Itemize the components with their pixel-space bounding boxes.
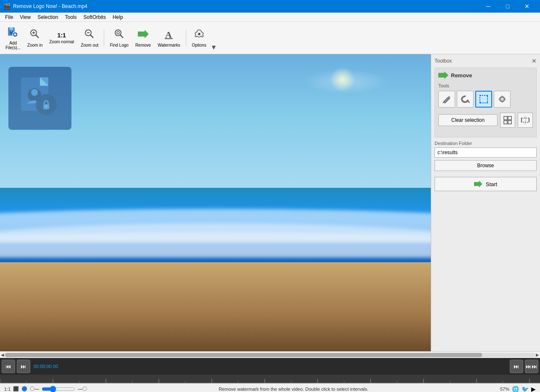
- svg-point-16: [117, 32, 119, 34]
- toolbar: Add File(s)... Zoom in 1:1 Zoom normal Z…: [0, 22, 540, 54]
- watermarks-label: Watermarks: [158, 43, 180, 47]
- go-to-start-button[interactable]: ⏮: [2, 360, 15, 373]
- status-grid-icon: ⬛: [13, 386, 19, 392]
- web-icon[interactable]: 🌐: [512, 386, 519, 392]
- remove-title: Remove: [451, 72, 472, 79]
- zoom-percent: 57%: [500, 387, 509, 392]
- zoom-in-button[interactable]: Zoom in: [24, 26, 45, 50]
- maximize-button[interactable]: □: [498, 0, 517, 13]
- video-area: [0, 54, 431, 351]
- status-lasso-icon: 🔵: [21, 386, 27, 392]
- next-frame-button[interactable]: ⏭: [510, 360, 523, 373]
- tools-label: Tools: [438, 83, 533, 88]
- horizontal-scrollbar[interactable]: [5, 353, 535, 357]
- titlebar-title: Remove Logo Now! - Beach.mp4: [13, 3, 87, 9]
- pencil-tool-button[interactable]: [438, 91, 455, 108]
- titlebar: 🎬 Remove Logo Now! - Beach.mp4 ─ □ ✕: [0, 0, 540, 13]
- find-logo-label: Find Logo: [110, 43, 128, 47]
- minimize-button[interactable]: ─: [479, 0, 498, 13]
- svg-point-3: [11, 30, 12, 32]
- logo-background: [8, 67, 71, 130]
- magic-wand-tool-button[interactable]: [494, 91, 511, 108]
- close-button[interactable]: ✕: [517, 0, 537, 13]
- status-slider-right: —〇: [78, 386, 87, 392]
- previous-frame-button[interactable]: ⏭: [17, 360, 30, 373]
- zoom-out-icon: [84, 29, 95, 42]
- zoom-in-label: Zoom in: [27, 43, 42, 47]
- zoom-out-button[interactable]: Zoom out: [78, 26, 101, 50]
- svg-rect-30: [479, 95, 481, 96]
- toolbar-more-button[interactable]: ▼: [211, 44, 217, 51]
- scrollbar-thumb[interactable]: [5, 353, 482, 357]
- svg-point-15: [115, 30, 121, 36]
- svg-rect-32: [479, 102, 481, 103]
- add-files-icon: [7, 26, 19, 40]
- destination-folder-label: Destination Folder: [435, 141, 537, 146]
- svg-point-21: [198, 33, 200, 35]
- svg-rect-1: [10, 27, 13, 30]
- watermarks-button[interactable]: A Watermarks: [155, 26, 183, 50]
- zoom-ratio-label: 1:1: [4, 387, 11, 392]
- zoom-normal-label: Zoom normal: [49, 39, 74, 44]
- status-slider-left: 〇—: [30, 386, 39, 392]
- svg-rect-7: [14, 34, 16, 35]
- twitter-icon[interactable]: 🐦: [522, 386, 529, 392]
- lasso-icon: [461, 95, 470, 104]
- app-icon: 🎬: [3, 3, 11, 10]
- clear-selection-button[interactable]: Clear selection: [438, 114, 498, 126]
- zoom-normal-button[interactable]: 1:1 Zoom normal: [46, 30, 77, 46]
- selection-row: Clear selection: [438, 113, 533, 128]
- add-files-button[interactable]: Add File(s)...: [3, 24, 24, 52]
- rect-select-tool-button[interactable]: [475, 91, 492, 108]
- status-message: Remove watermark from the whole video. D…: [87, 387, 500, 392]
- lasso-tool-button[interactable]: [457, 91, 474, 108]
- select-range-button[interactable]: [518, 113, 533, 128]
- pencil-icon: [442, 95, 451, 104]
- tools-row: [438, 91, 533, 108]
- watermarks-icon: A: [163, 29, 174, 42]
- select-all-frames-button[interactable]: [500, 113, 515, 128]
- timecode-display: 00:00:00 00: [34, 364, 508, 369]
- select-range-icon: [521, 116, 530, 125]
- timeline-ruler: [0, 375, 540, 383]
- toolbox-close-button[interactable]: ✕: [532, 58, 537, 64]
- menu-view[interactable]: View: [16, 13, 34, 21]
- scroll-left-button[interactable]: ◀: [1, 353, 4, 357]
- zoom-slider[interactable]: [42, 386, 75, 392]
- go-to-end-button[interactable]: ⏭⏭: [525, 360, 538, 373]
- options-button[interactable]: Options: [189, 26, 210, 50]
- youtube-icon[interactable]: ▶: [531, 386, 536, 392]
- svg-text:A: A: [165, 29, 172, 39]
- status-left: 1:1 ⬛ 🔵 〇— —〇: [4, 386, 87, 392]
- remove-button[interactable]: Remove: [132, 26, 154, 50]
- horizontal-scrollbar-area: ◀ ▶: [0, 351, 540, 358]
- start-label: Start: [486, 181, 497, 187]
- options-label: Options: [192, 43, 206, 47]
- menu-file[interactable]: File: [2, 13, 16, 21]
- find-logo-icon: [114, 29, 125, 42]
- menu-softorbits[interactable]: SoftOrbits: [80, 13, 109, 21]
- find-logo-button[interactable]: Find Logo: [107, 26, 131, 50]
- svg-line-17: [120, 35, 123, 38]
- scroll-right-button[interactable]: ▶: [536, 353, 539, 357]
- timeline-controls: ⏮ ⏭ 00:00:00 00 ⏭ ⏭⏭: [0, 358, 540, 375]
- svg-rect-41: [508, 116, 511, 120]
- svg-rect-33: [487, 102, 488, 103]
- menu-tools[interactable]: Tools: [62, 13, 80, 21]
- menu-help[interactable]: Help: [109, 13, 126, 21]
- magic-wand-icon: [498, 95, 507, 104]
- toolbox-title: Toolbox: [435, 58, 452, 64]
- menu-selection[interactable]: Selection: [34, 13, 61, 21]
- beach-sand: [0, 262, 431, 351]
- remove-header: Remove: [438, 71, 533, 79]
- destination-folder-input[interactable]: [435, 147, 537, 158]
- svg-rect-29: [480, 95, 487, 103]
- status-right: 57% 🌐 🐦 ▶: [500, 386, 536, 392]
- start-button[interactable]: Start: [435, 177, 537, 191]
- main-layout: Toolbox ✕ Remove Tools: [0, 54, 540, 351]
- zoom-in-icon: [29, 29, 40, 42]
- svg-line-14: [90, 35, 93, 38]
- toolbox-header: Toolbox ✕: [435, 58, 537, 64]
- logo-svg: [15, 73, 65, 124]
- browse-button[interactable]: Browse: [435, 160, 537, 171]
